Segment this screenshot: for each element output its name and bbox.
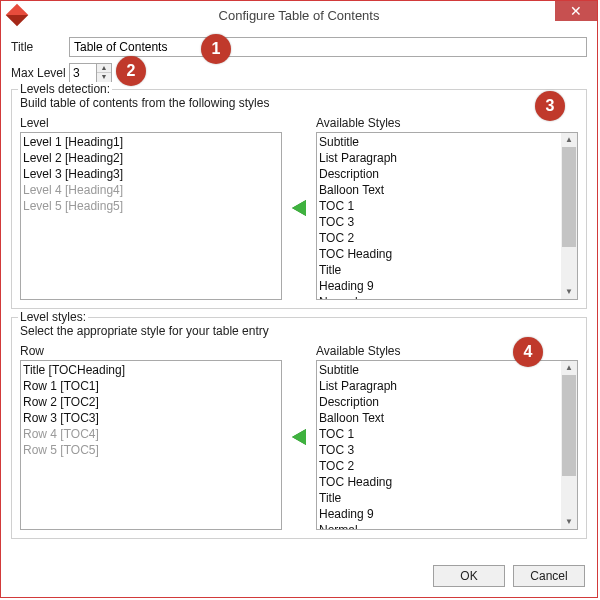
- list-item[interactable]: Balloon Text: [319, 182, 577, 198]
- dialog-body: Title Max Level ▲ ▼ Levels detection: Bu…: [1, 29, 597, 597]
- level-styles-desc: Select the appropriate style for your ta…: [20, 324, 578, 338]
- dialog-footer: OK Cancel: [433, 565, 585, 587]
- window-title: Configure Table of Contents: [1, 8, 597, 23]
- list-item[interactable]: Level 4 [Heading4]: [23, 182, 281, 198]
- callout-2: 2: [116, 56, 146, 86]
- scrollbar[interactable]: ▲ ▼: [561, 133, 577, 299]
- list-item[interactable]: Heading 9: [319, 506, 577, 522]
- list-item[interactable]: Normal: [319, 522, 577, 530]
- list-item[interactable]: Description: [319, 394, 577, 410]
- list-item[interactable]: Row 3 [TOC3]: [23, 410, 281, 426]
- spinner-up-icon[interactable]: ▲: [97, 64, 111, 73]
- title-input[interactable]: [69, 37, 587, 57]
- row-column-header: Row: [20, 344, 282, 358]
- level-styles-legend: Level styles:: [18, 310, 88, 324]
- move-left-icon[interactable]: [292, 429, 306, 445]
- list-item[interactable]: TOC Heading: [319, 246, 577, 262]
- callout-4: 4: [513, 337, 543, 367]
- levels-detection-group: Levels detection: Build table of content…: [11, 89, 587, 309]
- list-item[interactable]: Description: [319, 166, 577, 182]
- scrollbar[interactable]: ▲ ▼: [561, 361, 577, 529]
- title-label: Title: [11, 40, 69, 54]
- maxlevel-input[interactable]: [69, 63, 97, 83]
- list-item[interactable]: TOC 2: [319, 230, 577, 246]
- list-item[interactable]: Title: [319, 262, 577, 278]
- list-item[interactable]: Row 1 [TOC1]: [23, 378, 281, 394]
- list-item[interactable]: Subtitle: [319, 362, 577, 378]
- list-item[interactable]: Row 2 [TOC2]: [23, 394, 281, 410]
- scroll-up-icon[interactable]: ▲: [561, 361, 577, 375]
- list-item[interactable]: Row 4 [TOC4]: [23, 426, 281, 442]
- row-listbox[interactable]: Title [TOCHeading]Row 1 [TOC1]Row 2 [TOC…: [20, 360, 282, 530]
- spinner-down-icon[interactable]: ▼: [97, 73, 111, 82]
- level-styles-group: Level styles: Select the appropriate sty…: [11, 317, 587, 539]
- scroll-thumb[interactable]: [562, 375, 576, 476]
- list-item[interactable]: TOC 1: [319, 198, 577, 214]
- scroll-down-icon[interactable]: ▼: [561, 285, 577, 299]
- list-item[interactable]: Normal: [319, 294, 577, 300]
- levels-detection-legend: Levels detection:: [18, 82, 112, 96]
- available-styles-header-1: Available Styles: [316, 116, 578, 130]
- list-item[interactable]: List Paragraph: [319, 150, 577, 166]
- callout-1: 1: [201, 34, 231, 64]
- move-left-icon[interactable]: [292, 200, 306, 216]
- cancel-button[interactable]: Cancel: [513, 565, 585, 587]
- list-item[interactable]: Subtitle: [319, 134, 577, 150]
- list-item[interactable]: Level 2 [Heading2]: [23, 150, 281, 166]
- list-item[interactable]: Level 1 [Heading1]: [23, 134, 281, 150]
- scroll-down-icon[interactable]: ▼: [561, 515, 577, 529]
- scroll-thumb[interactable]: [562, 147, 576, 247]
- list-item[interactable]: Title: [319, 490, 577, 506]
- list-item[interactable]: Level 5 [Heading5]: [23, 198, 281, 214]
- list-item[interactable]: Level 3 [Heading3]: [23, 166, 281, 182]
- list-item[interactable]: Balloon Text: [319, 410, 577, 426]
- titlebar: Configure Table of Contents ✕: [1, 1, 597, 29]
- list-item[interactable]: TOC 3: [319, 214, 577, 230]
- callout-3: 3: [535, 91, 565, 121]
- level-listbox[interactable]: Level 1 [Heading1]Level 2 [Heading2]Leve…: [20, 132, 282, 300]
- list-item[interactable]: List Paragraph: [319, 378, 577, 394]
- dialog-configure-toc: Configure Table of Contents ✕ Title Max …: [0, 0, 598, 598]
- available-styles-listbox-1[interactable]: SubtitleList ParagraphDescriptionBalloon…: [316, 132, 578, 300]
- list-item[interactable]: Row 5 [TOC5]: [23, 442, 281, 458]
- list-item[interactable]: Heading 9: [319, 278, 577, 294]
- scroll-up-icon[interactable]: ▲: [561, 133, 577, 147]
- levels-detection-desc: Build table of contents from the followi…: [20, 96, 578, 110]
- maxlevel-spinner[interactable]: ▲ ▼: [69, 63, 112, 83]
- list-item[interactable]: Title [TOCHeading]: [23, 362, 281, 378]
- close-button[interactable]: ✕: [555, 1, 597, 21]
- maxlevel-label: Max Level: [11, 66, 69, 80]
- available-styles-listbox-2[interactable]: SubtitleList ParagraphDescriptionBalloon…: [316, 360, 578, 530]
- list-item[interactable]: TOC 1: [319, 426, 577, 442]
- ok-button[interactable]: OK: [433, 565, 505, 587]
- list-item[interactable]: TOC Heading: [319, 474, 577, 490]
- list-item[interactable]: TOC 2: [319, 458, 577, 474]
- level-column-header: Level: [20, 116, 282, 130]
- list-item[interactable]: TOC 3: [319, 442, 577, 458]
